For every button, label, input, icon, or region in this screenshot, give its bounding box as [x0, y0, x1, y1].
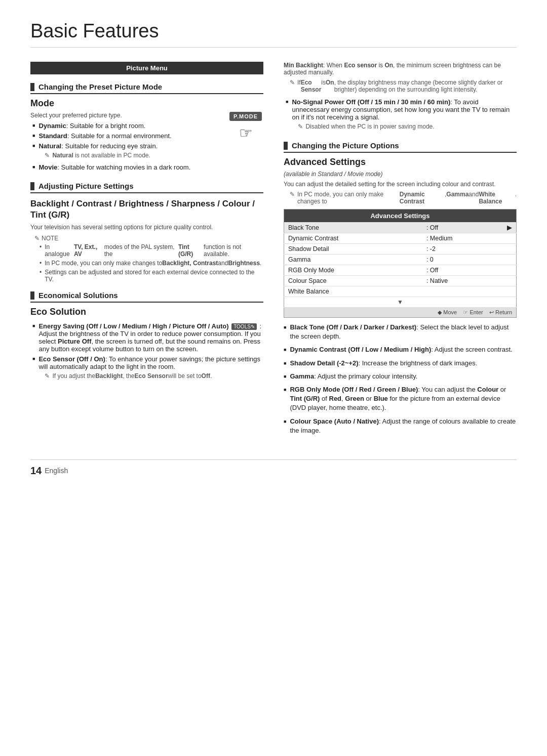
note-item-3: Settings can be adjusted and stored for …: [40, 269, 263, 283]
backlight-intro: Your television has several setting opti…: [30, 224, 263, 231]
table-footer: ◆ Move ☞ Enter ↩ Return: [284, 308, 517, 318]
table-row-black-tone: Black Tone : Off ▶: [284, 222, 517, 233]
note-item-1: In analogue TV, Ext., AV modes of the PA…: [40, 243, 263, 258]
note-label: NOTE: [34, 235, 263, 242]
note-block: NOTE In analogue TV, Ext., AV modes of t…: [34, 235, 263, 283]
section-picture-options-label: Changing the Picture Options: [292, 141, 399, 150]
natural-note: Natural is not available in PC mode.: [45, 152, 158, 159]
eco-sensor-note2: If Eco Sensor is On, the display brightn…: [290, 79, 517, 93]
shadow-detail-value: : -2: [422, 244, 503, 255]
page-title: Basic Features: [30, 20, 517, 48]
advanced-heading: Advanced Settings: [284, 157, 517, 167]
section-picture-options: Changing the Picture Options: [284, 141, 517, 153]
gamma-arrow: [503, 255, 517, 265]
shadow-detail-arrow: [503, 244, 517, 255]
desc-item-black-tone: Black Tone (Off / Dark / Darker / Darkes…: [284, 323, 517, 341]
advanced-avail: (available in Standard / Movie mode): [284, 171, 517, 178]
nosignal-item: No-Signal Power Off (Off / 15 min / 30 m…: [286, 98, 517, 132]
desc-item-rgb: RGB Only Mode (Off / Red / Green / Blue)…: [284, 385, 517, 413]
eco-sensor-note1: If you adjust the Backlight, the Eco Sen…: [45, 372, 263, 380]
table-row-gamma: Gamma : 0: [284, 255, 517, 265]
table-row-shadow-detail: Shadow Detail : -2: [284, 244, 517, 255]
nosignal-note: Disabled when the PC is in power saving …: [298, 123, 517, 130]
mode-item-standard: Standard: Suitable for a normal environm…: [32, 132, 223, 140]
mode-item-movie: Movie: Suitable for watching movies in a…: [32, 163, 223, 171]
picture-menu-header: Picture Menu: [30, 62, 263, 74]
table-row-colour-space: Colour Space : Native: [284, 276, 517, 286]
backlight-heading: Backlight / Contrast / Brightness / Shar…: [30, 198, 263, 221]
desc-list: Black Tone (Off / Dark / Darker / Darkes…: [284, 323, 517, 435]
shadow-detail-label: Shadow Detail: [284, 244, 422, 255]
mode-section: Select your preferred picture type. Dyna…: [30, 112, 263, 174]
tools-badge: TOOLS✎: [231, 323, 257, 330]
dynamic-contrast-arrow: [503, 233, 517, 244]
section-changing-preset: Changing the Preset Picture Mode: [30, 82, 263, 94]
table-header: Advanced Settings: [284, 209, 517, 223]
left-column: Picture Menu Changing the Preset Picture…: [30, 62, 263, 439]
eco-item-energy: Energy Saving (Off / Low / Medium / High…: [32, 322, 263, 353]
desc-item-colour-space: Colour Space (Auto / Native): Adjust the…: [284, 417, 517, 435]
section-changing-preset-label: Changing the Preset Picture Mode: [38, 82, 162, 91]
rgb-arrow: [503, 265, 517, 276]
white-balance-value: [422, 286, 503, 297]
page-number: 14: [30, 465, 42, 477]
advanced-settings-table: Advanced Settings Black Tone : Off ▶ Dyn…: [284, 209, 517, 318]
colour-space-value: : Native: [422, 276, 503, 286]
gamma-label: Gamma: [284, 255, 422, 265]
table-row-dynamic-contrast: Dynamic Contrast : Medium: [284, 233, 517, 244]
eco-list: Energy Saving (Off / Low / Medium / High…: [32, 322, 263, 382]
dynamic-contrast-value: : Medium: [422, 233, 503, 244]
colour-space-label: Colour Space: [284, 276, 422, 286]
nosignal-list: No-Signal Power Off (Off / 15 min / 30 m…: [286, 98, 517, 132]
table-row-more: ▼: [284, 297, 517, 308]
pmode-label: P.MODE: [229, 112, 262, 121]
mode-item-natural: Natural: Suitable for reducing eye strai…: [32, 142, 223, 161]
mode-heading: Mode: [30, 98, 263, 109]
dynamic-contrast-label: Dynamic Contrast: [284, 233, 422, 244]
white-balance-label: White Balance: [284, 286, 422, 297]
page-footer: 14 English: [30, 459, 517, 477]
page-lang: English: [45, 467, 68, 475]
min-backlight-text: Min Backlight: When Eco sensor is On, th…: [284, 62, 517, 76]
mode-list: Dynamic: Suitable for a bright room. Sta…: [32, 122, 223, 171]
mode-item-dynamic: Dynamic: Suitable for a bright room.: [32, 122, 223, 130]
advanced-intro: You can adjust the detailed setting for …: [284, 181, 517, 188]
section-adjusting-label: Adjusting Picture Settings: [38, 182, 134, 190]
desc-item-gamma: Gamma: Adjust the primary colour intensi…: [284, 372, 517, 381]
note-list: In analogue TV, Ext., AV modes of the PA…: [40, 243, 263, 283]
rgb-label: RGB Only Mode: [284, 265, 422, 276]
black-tone-arrow: ▶: [503, 222, 517, 233]
gamma-value: : 0: [422, 255, 503, 265]
section-adjusting: Adjusting Picture Settings: [30, 182, 263, 193]
desc-item-shadow-detail: Shadow Detail (-2~+2): Increase the brig…: [284, 359, 517, 368]
eco-heading: Eco Solution: [30, 307, 263, 317]
white-balance-arrow: [503, 286, 517, 297]
advanced-pcnote: In PC mode, you can only make changes to…: [290, 191, 517, 205]
note-item-2: In PC mode, you can only make changes to…: [40, 260, 263, 267]
hand-icon: ☞: [239, 124, 253, 142]
section-economical-label: Economical Solutions: [38, 291, 118, 300]
black-tone-label: Black Tone: [284, 222, 422, 233]
table-row-rgb: RGB Only Mode : Off: [284, 265, 517, 276]
black-tone-value: : Off: [422, 222, 503, 233]
section-economical: Economical Solutions: [30, 291, 263, 303]
colour-space-arrow: [503, 276, 517, 286]
right-column: Min Backlight: When Eco sensor is On, th…: [284, 62, 517, 439]
rgb-value: : Off: [422, 265, 503, 276]
desc-item-dynamic-contrast: Dynamic Contrast (Off / Low / Medium / H…: [284, 345, 517, 354]
mode-intro: Select your preferred picture type.: [30, 112, 223, 119]
table-row-white-balance: White Balance: [284, 286, 517, 297]
eco-item-sensor: Eco Sensor (Off / On): To enhance your p…: [32, 355, 263, 382]
pmode-button: P.MODE ☞: [228, 112, 263, 142]
